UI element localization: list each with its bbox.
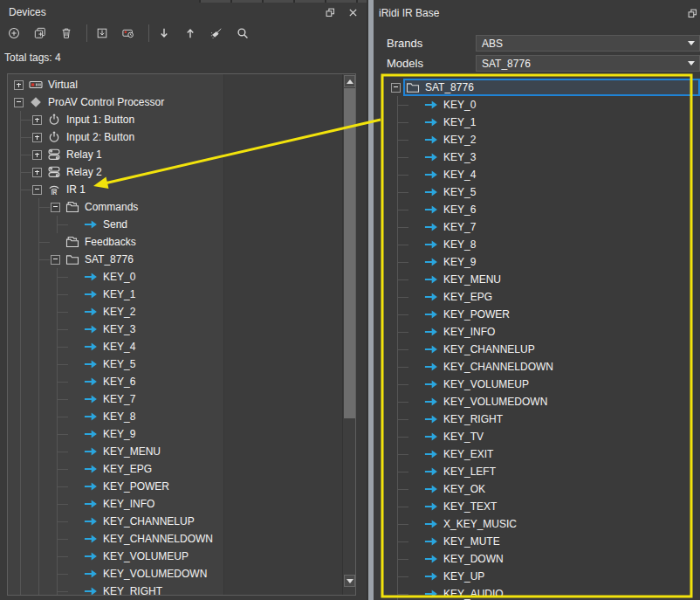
tree-item-key-0[interactable]: KEY_0	[385, 96, 700, 114]
panel-splitter[interactable]	[367, 0, 374, 600]
tree-item-key-2[interactable]: KEY_2	[385, 131, 700, 148]
tree-indent-guide	[11, 408, 30, 425]
tree-item-key-6[interactable]: KEY_6	[8, 373, 341, 390]
tree-item-sat-8776[interactable]: SAT_8776	[385, 79, 700, 96]
arrow-icon	[423, 448, 438, 461]
toolbar-button[interactable]	[209, 24, 230, 43]
scrollbar-thumb[interactable]	[344, 88, 355, 418]
expander-icon[interactable]	[32, 115, 42, 125]
toolbar-button[interactable]	[32, 24, 53, 43]
tree-item-key-audio[interactable]: KEY_AUDIO	[385, 585, 700, 600]
tree-item-key-ok[interactable]: KEY_OK	[385, 480, 700, 498]
tree-item-key-info[interactable]: KEY_INFO	[8, 495, 341, 513]
tree-item-key-0[interactable]: KEY_0	[8, 268, 341, 286]
tree-item-x-key-music[interactable]: X_KEY_MUSIC	[385, 515, 700, 533]
expander-icon[interactable]	[14, 80, 24, 90]
toolbar-button[interactable]	[94, 24, 115, 43]
toolbar-button[interactable]	[235, 24, 256, 43]
tree-item-key-7[interactable]: KEY_7	[385, 218, 700, 236]
tree-item-key-volumeup[interactable]: KEY_VOLUMEUP	[385, 376, 700, 393]
float-icon[interactable]	[685, 6, 699, 20]
tree-item-key-menu[interactable]: KEY_MENU	[8, 443, 341, 460]
tree-item-key-9[interactable]: KEY_9	[385, 253, 700, 271]
expander-icon[interactable]	[32, 168, 42, 177]
tree-item-key-tv[interactable]: KEY_TV	[385, 428, 700, 445]
tree-item-key-mute[interactable]: KEY_MUTE	[385, 533, 700, 550]
tree-item-send[interactable]: Send	[8, 216, 341, 233]
tree-item-key-8[interactable]: KEY_8	[8, 408, 341, 425]
expander-icon[interactable]	[32, 150, 42, 160]
tree-item-key-volumeup[interactable]: KEY_VOLUMEUP	[8, 548, 341, 565]
tree-item-key-volumedown[interactable]: KEY_VOLUMEDOWN	[8, 565, 341, 583]
tree-item-virtual[interactable]: Virtual	[8, 76, 341, 93]
tree-item-key-5[interactable]: KEY_5	[8, 355, 341, 373]
tree-item-key-9[interactable]: KEY_9	[8, 425, 341, 443]
tree-indent-guide	[388, 410, 407, 428]
tree-item-key-power[interactable]: KEY_POWER	[8, 478, 341, 495]
tree-item-key-7[interactable]: KEY_7	[8, 390, 341, 408]
tree-item-key-down[interactable]: KEY_DOWN	[385, 550, 700, 568]
svg-text:IR: IR	[51, 190, 57, 196]
tree-item-feedbacks[interactable]: Feedbacks	[8, 233, 341, 251]
close-icon[interactable]	[346, 5, 360, 19]
tree-item-relay-2[interactable]: Relay 2	[8, 163, 341, 181]
float-icon[interactable]	[323, 5, 337, 19]
tree-item-key-volumedown[interactable]: KEY_VOLUMEDOWN	[385, 393, 700, 410]
tree-item-key-menu[interactable]: KEY_MENU	[385, 271, 700, 288]
tree-indent-guide	[48, 216, 66, 233]
expander-icon[interactable]	[32, 133, 42, 142]
toolbar-button[interactable]	[182, 24, 203, 43]
tree-item-key-left[interactable]: KEY_LEFT	[385, 463, 700, 480]
scroll-up-button[interactable]	[344, 75, 355, 87]
tree-item-input-1-button[interactable]: Input 1: Button	[8, 111, 341, 128]
models-row: Models SAT_8776	[374, 55, 700, 72]
tree-item-commands[interactable]: Commands	[8, 198, 341, 216]
toolbar-button[interactable]	[6, 24, 27, 43]
expander-icon[interactable]	[32, 185, 42, 195]
tree-indent-guide	[30, 321, 48, 338]
tree-item-sat-8776[interactable]: SAT_8776	[8, 251, 341, 268]
tree-item-key-channeldown[interactable]: KEY_CHANNELDOWN	[8, 530, 341, 548]
tree-item-key-3[interactable]: KEY_3	[385, 148, 700, 166]
tree-item-key-channeldown[interactable]: KEY_CHANNELDOWN	[385, 358, 700, 376]
expander-icon[interactable]	[14, 98, 24, 107]
tree-item-key-1[interactable]: KEY_1	[8, 286, 341, 303]
tree-item-key-8[interactable]: KEY_8	[385, 236, 700, 253]
tree-item-input-2-button[interactable]: Input 2: Button	[8, 128, 341, 146]
tree-item-ir-1[interactable]: IR IR 1	[8, 181, 341, 198]
tree-item-proav-control-processor[interactable]: ProAV Control Processor	[8, 93, 341, 111]
arrow-icon	[423, 361, 438, 374]
toolbar-button[interactable]	[120, 24, 141, 43]
tree-item-key-channelup[interactable]: KEY_CHANNELUP	[385, 341, 700, 358]
tree-item-key-info[interactable]: KEY_INFO	[385, 323, 700, 341]
scroll-down-button[interactable]	[344, 575, 355, 587]
tree-item-key-channelup[interactable]: KEY_CHANNELUP	[8, 513, 341, 530]
expander-icon[interactable]	[51, 255, 60, 265]
tree-item-key-power[interactable]: KEY_POWER	[385, 306, 700, 323]
toolbar-button[interactable]	[156, 24, 177, 43]
expander-icon[interactable]	[391, 83, 401, 93]
tree-item-key-5[interactable]: KEY_5	[385, 183, 700, 201]
tree-indent-guide	[30, 390, 48, 408]
models-dropdown[interactable]: SAT_8776	[476, 55, 700, 72]
tree-item-relay-1[interactable]: Relay 1	[8, 146, 341, 163]
tree-item-key-3[interactable]: KEY_3	[8, 321, 341, 338]
tree-item-key-6[interactable]: KEY_6	[385, 201, 700, 218]
tree-item-key-exit[interactable]: KEY_EXIT	[385, 445, 700, 463]
tree-item-key-1[interactable]: KEY_1	[385, 114, 700, 131]
tree-item-key-4[interactable]: KEY_4	[8, 338, 341, 355]
tree-item-key-right[interactable]: KEY_RIGHT	[385, 410, 700, 428]
tree-item-key-up[interactable]: KEY_UP	[385, 568, 700, 585]
tree-indent-guide	[388, 358, 407, 376]
arrow-icon	[423, 378, 438, 391]
expander-icon[interactable]	[51, 203, 60, 212]
tree-item-key-epg[interactable]: KEY_EPG	[385, 288, 700, 306]
tree-item-key-4[interactable]: KEY_4	[385, 166, 700, 183]
tree-item-key-text[interactable]: KEY_TEXT	[385, 498, 700, 515]
toolbar-button[interactable]	[58, 24, 79, 43]
tree-item-key-right[interactable]: KEY_RIGHT	[8, 583, 341, 596]
scrollbar	[342, 74, 355, 595]
tree-item-key-2[interactable]: KEY_2	[8, 303, 341, 321]
tree-item-key-epg[interactable]: KEY_EPG	[8, 460, 341, 478]
brands-dropdown[interactable]: ABS	[476, 35, 700, 52]
